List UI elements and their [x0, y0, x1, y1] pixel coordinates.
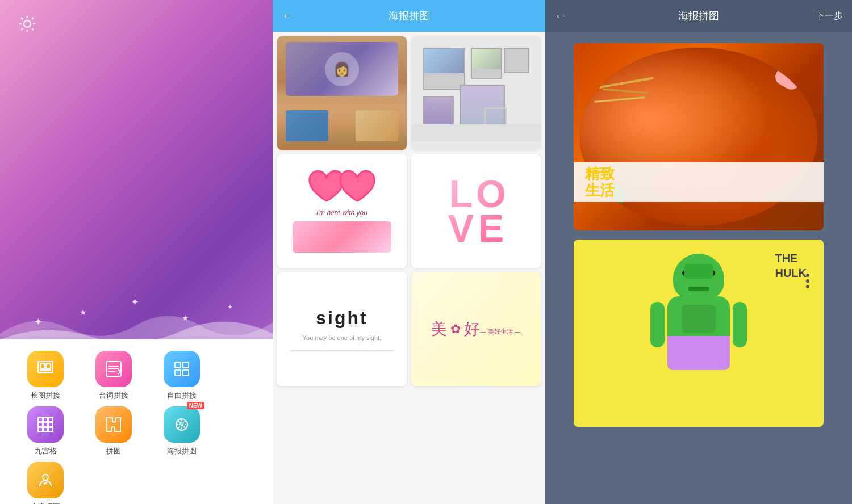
- feature-ziyou[interactable]: 自由拼接: [148, 351, 216, 401]
- panel2-title: 海报拼图: [389, 9, 429, 23]
- arch-photo2: [286, 110, 328, 141]
- svg-rect-6: [175, 362, 181, 368]
- star-5: ✦: [227, 303, 233, 311]
- feature-jiugong[interactable]: 九宫格: [11, 406, 80, 456]
- gallery-floor: [411, 124, 541, 141]
- ziyou-icon: [164, 351, 200, 387]
- ziyou-label: 自由拼接: [167, 390, 197, 401]
- svg-rect-8: [175, 370, 181, 376]
- changtu-label: 长图拼接: [31, 390, 60, 401]
- jiugong-icon: [27, 406, 64, 443]
- gear-button[interactable]: [16, 12, 39, 37]
- svg-rect-14: [43, 422, 48, 427]
- star-4: ★: [182, 313, 189, 322]
- card-sight[interactable]: sight You may be one of my sight,: [277, 272, 407, 386]
- svg-rect-18: [48, 427, 53, 432]
- renxiang-label: 人像抠图: [31, 502, 60, 504]
- svg-rect-7: [183, 362, 189, 368]
- haibao-label: 海报拼图: [167, 446, 197, 456]
- svg-rect-12: [48, 417, 53, 422]
- hulk-head: [673, 254, 724, 299]
- feature-changtu[interactable]: 长图拼接: [11, 351, 80, 401]
- feature-taici[interactable]: 台词拼接: [80, 351, 148, 401]
- svg-point-20: [43, 474, 48, 480]
- svg-rect-13: [38, 422, 43, 427]
- gallery-preview: [411, 36, 541, 150]
- star-2: ★: [80, 308, 87, 317]
- card-love[interactable]: LO VE: [411, 154, 541, 268]
- card-gallery-wall[interactable]: [411, 36, 541, 150]
- svg-rect-11: [43, 417, 48, 422]
- new-badge: NEW: [187, 402, 204, 409]
- star-3: ✦: [131, 296, 139, 308]
- arch-main-photo: 👩: [286, 42, 398, 96]
- svg-point-0: [24, 20, 31, 27]
- panel3-content: 精致 生活: [545, 32, 852, 504]
- card-meihao[interactable]: 美 ✿ 好 — 美好生活 —: [411, 272, 541, 386]
- panel2-card-grid: 👩: [273, 32, 545, 504]
- panel2-back-button[interactable]: ←: [282, 9, 294, 23]
- panel3-hulk-card[interactable]: THE HULK: [574, 240, 824, 427]
- panel3-next-button[interactable]: 下一步: [816, 10, 843, 22]
- love-preview: LO VE: [411, 154, 541, 268]
- arch-photo3: [356, 110, 398, 141]
- feature-haibao[interactable]: NEW 海报拼图: [148, 406, 216, 456]
- dot-2: [806, 279, 809, 283]
- svg-rect-15: [48, 422, 53, 427]
- panel3-header: ← 海报拼图 下一步: [545, 0, 852, 32]
- jiugong-label: 九宫格: [35, 446, 57, 456]
- hulk-decorative-dots: [806, 274, 809, 288]
- panel3-back-button[interactable]: ←: [554, 9, 567, 23]
- hulk-left-arm: [650, 302, 665, 347]
- gallery-frame-3: [504, 48, 529, 73]
- gallery-frame-1: [423, 48, 465, 90]
- meihao-sub: — 美好生活 —: [480, 327, 521, 336]
- panel3-food-card[interactable]: 精致 生活: [574, 43, 824, 230]
- dot-1: [806, 274, 809, 277]
- sight-subtitle: You may be one of my sight,: [303, 334, 381, 341]
- feature-grid: 长图拼接 台词拼接: [0, 339, 273, 504]
- svg-rect-3: [46, 364, 51, 368]
- svg-rect-2: [40, 364, 45, 368]
- food-image: 精致 生活: [574, 43, 824, 230]
- svg-rect-17: [43, 427, 48, 432]
- changtu-icon: [27, 351, 64, 387]
- feature-row-2: 九宫格 拼图 NEW 海报拼: [11, 406, 261, 456]
- feature-renxiang[interactable]: 人像抠图: [11, 462, 80, 504]
- hearts-preview: i'm here with you: [277, 154, 407, 268]
- panel2-haibao: ← 海报拼图 👩: [273, 0, 545, 504]
- gallery-frame-2: [471, 48, 502, 79]
- sight-divider: [290, 350, 394, 351]
- feature-row-1: 长图拼接 台词拼接: [11, 351, 261, 401]
- panel3-title: 海报拼图: [678, 9, 719, 23]
- card-architecture[interactable]: 👩: [277, 36, 407, 150]
- dot-3: [806, 285, 809, 288]
- architecture-preview: 👩: [277, 36, 407, 150]
- haibao-icon: NEW: [164, 406, 200, 443]
- sight-title-text: sight: [316, 308, 367, 329]
- panel2-header: ← 海报拼图: [273, 0, 545, 32]
- food-label-overlay: 精致 生活: [574, 162, 824, 202]
- card-hearts[interactable]: i'm here with you: [277, 154, 407, 268]
- svg-rect-9: [183, 370, 189, 376]
- hulk-pants: [667, 336, 730, 370]
- svg-rect-4: [40, 369, 51, 371]
- love-text: LO VE: [446, 177, 506, 246]
- sight-preview: sight You may be one of my sight,: [277, 272, 407, 386]
- hulk-chest-detail: [682, 305, 716, 333]
- hulk-mouth: [688, 287, 709, 291]
- meihao-preview: 美 ✿ 好 — 美好生活 —: [411, 272, 541, 386]
- feature-pintu[interactable]: 拼图: [80, 406, 148, 456]
- taici-label: 台词拼接: [99, 390, 128, 401]
- hulk-body: [667, 296, 730, 370]
- panel1-home: ✦ ★ ✦ ★ ✦ 长图拼接: [0, 0, 273, 504]
- renxiang-icon: [27, 462, 64, 498]
- taici-icon: [95, 351, 132, 387]
- hulk-right-arm: [733, 302, 747, 347]
- heart-icons: [307, 170, 377, 207]
- panel3-editor: ← 海报拼图 下一步: [545, 0, 852, 504]
- star-1: ✦: [34, 316, 43, 328]
- hulk-figure: [642, 254, 755, 413]
- svg-rect-10: [38, 417, 43, 422]
- pintu-icon: [95, 406, 132, 443]
